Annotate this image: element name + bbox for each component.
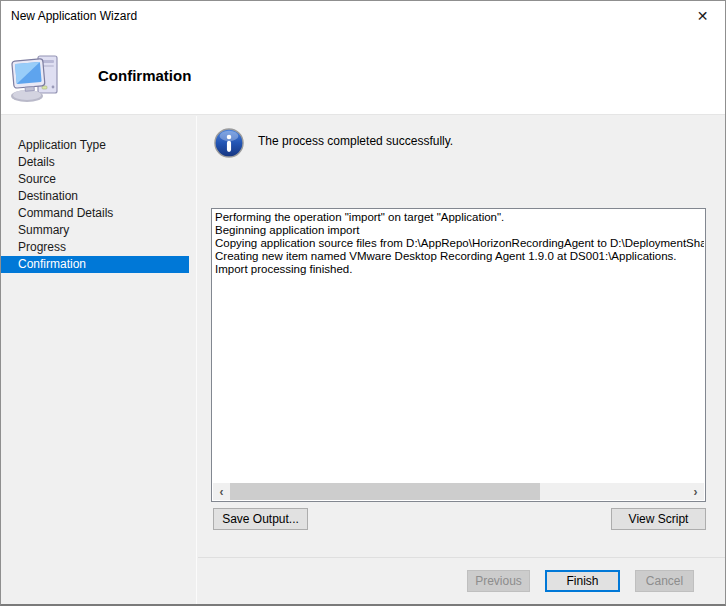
step-confirmation-selected: Confirmation [1, 256, 189, 273]
status-row: The process completed successfully. [214, 128, 453, 158]
window-title: New Application Wizard [1, 9, 137, 23]
scroll-left-icon[interactable]: ‹ [213, 483, 230, 500]
output-text: Performing the operation "import" on tar… [213, 211, 704, 482]
footer-button-row: Previous Finish Cancel [198, 558, 725, 604]
output-line: Beginning application import [213, 224, 704, 237]
step-destination: Destination [1, 188, 196, 205]
step-details: Details [1, 154, 196, 171]
output-line: Creating new item named VMware Desktop R… [213, 250, 704, 263]
close-icon[interactable]: ✕ [680, 1, 725, 30]
cancel-button[interactable]: Cancel [635, 570, 694, 592]
step-command-details: Command Details [1, 205, 196, 222]
info-icon [214, 128, 244, 158]
wizard-steps-sidebar: Application Type Details Source Destinat… [1, 116, 197, 604]
computer-icon [9, 53, 61, 106]
output-textbox[interactable]: Performing the operation "import" on tar… [211, 208, 706, 502]
wizard-header: Confirmation [1, 31, 725, 115]
step-source: Source [1, 171, 196, 188]
output-line: Copying application source files from D:… [213, 237, 704, 250]
wizard-step-list: Application Type Details Source Destinat… [1, 116, 196, 273]
view-script-button[interactable]: View Script [611, 508, 706, 530]
scroll-right-icon[interactable]: › [687, 483, 704, 500]
output-line: Import processing finished. [213, 263, 704, 276]
save-output-button[interactable]: Save Output... [213, 508, 308, 530]
step-progress: Progress [1, 239, 196, 256]
step-application-type: Application Type [1, 137, 196, 154]
output-line: Performing the operation "import" on tar… [213, 211, 704, 224]
horizontal-scrollbar[interactable]: ‹ › [213, 483, 704, 500]
step-summary: Summary [1, 222, 196, 239]
finish-button[interactable]: Finish [545, 570, 620, 592]
page-title: Confirmation [98, 67, 191, 84]
previous-button[interactable]: Previous [467, 570, 530, 592]
status-message: The process completed successfully. [258, 134, 453, 158]
scrollbar-thumb[interactable] [230, 483, 540, 500]
titlebar: New Application Wizard ✕ [1, 1, 725, 31]
new-application-wizard-window: New Application Wizard ✕ [0, 0, 726, 606]
wizard-content: The process completed successfully. Perf… [198, 116, 725, 604]
